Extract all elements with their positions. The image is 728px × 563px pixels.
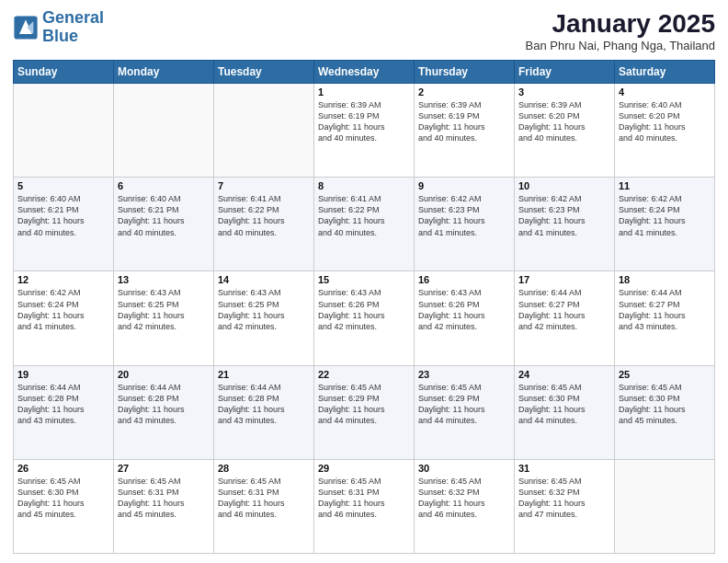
table-row: 5Sunrise: 6:40 AMSunset: 6:21 PMDaylight… <box>14 178 114 271</box>
calendar-title: January 2025 <box>526 9 715 39</box>
table-row: 30Sunrise: 6:45 AMSunset: 6:32 PMDayligh… <box>415 459 515 553</box>
table-row: 14Sunrise: 6:43 AMSunset: 6:25 PMDayligh… <box>214 271 314 365</box>
col-wednesday: Wednesday <box>314 61 415 84</box>
table-row: 31Sunrise: 6:45 AMSunset: 6:32 PMDayligh… <box>515 459 615 553</box>
table-row: 10Sunrise: 6:42 AMSunset: 6:23 PMDayligh… <box>515 178 615 271</box>
day-info: Sunrise: 6:45 AMSunset: 6:30 PMDaylight:… <box>518 382 610 427</box>
day-number: 20 <box>118 369 210 380</box>
calendar-week-row: 26Sunrise: 6:45 AMSunset: 6:30 PMDayligh… <box>14 459 715 553</box>
table-row: 16Sunrise: 6:43 AMSunset: 6:26 PMDayligh… <box>415 271 515 365</box>
day-info: Sunrise: 6:41 AMSunset: 6:22 PMDaylight:… <box>318 193 410 238</box>
day-number: 24 <box>518 369 610 380</box>
table-row: 21Sunrise: 6:44 AMSunset: 6:28 PMDayligh… <box>214 365 314 459</box>
table-row: 27Sunrise: 6:45 AMSunset: 6:31 PMDayligh… <box>114 459 214 553</box>
calendar-subtitle: Ban Phru Nai, Phang Nga, Thailand <box>526 39 715 52</box>
logo-general: General <box>42 8 104 27</box>
day-info: Sunrise: 6:42 AMSunset: 6:23 PMDaylight:… <box>418 193 510 238</box>
table-row <box>114 84 214 178</box>
day-number: 26 <box>17 463 109 474</box>
col-tuesday: Tuesday <box>214 61 314 84</box>
day-number: 22 <box>318 369 410 380</box>
day-info: Sunrise: 6:40 AMSunset: 6:21 PMDaylight:… <box>17 193 109 238</box>
page: GeneralBlue January 2025 Ban Phru Nai, P… <box>0 0 728 563</box>
day-number: 7 <box>218 180 310 191</box>
table-row: 3Sunrise: 6:39 AMSunset: 6:20 PMDaylight… <box>515 84 615 178</box>
day-info: Sunrise: 6:45 AMSunset: 6:31 PMDaylight:… <box>218 476 310 521</box>
day-number: 30 <box>418 463 510 474</box>
day-number: 16 <box>418 274 510 285</box>
calendar-week-row: 1Sunrise: 6:39 AMSunset: 6:19 PMDaylight… <box>14 84 715 178</box>
day-number: 10 <box>518 180 610 191</box>
day-info: Sunrise: 6:45 AMSunset: 6:31 PMDaylight:… <box>118 476 210 521</box>
day-info: Sunrise: 6:43 AMSunset: 6:26 PMDaylight:… <box>418 287 510 332</box>
day-info: Sunrise: 6:42 AMSunset: 6:24 PMDaylight:… <box>619 193 711 238</box>
day-info: Sunrise: 6:45 AMSunset: 6:30 PMDaylight:… <box>619 382 711 427</box>
table-row: 12Sunrise: 6:42 AMSunset: 6:24 PMDayligh… <box>14 271 114 365</box>
day-info: Sunrise: 6:44 AMSunset: 6:27 PMDaylight:… <box>619 287 711 332</box>
logo-blue: Blue <box>42 27 78 45</box>
day-number: 11 <box>619 180 711 191</box>
table-row: 8Sunrise: 6:41 AMSunset: 6:22 PMDaylight… <box>314 178 415 271</box>
day-info: Sunrise: 6:43 AMSunset: 6:26 PMDaylight:… <box>318 287 410 332</box>
day-number: 6 <box>118 180 210 191</box>
day-info: Sunrise: 6:39 AMSunset: 6:19 PMDaylight:… <box>418 99 510 144</box>
day-number: 19 <box>17 369 109 380</box>
day-info: Sunrise: 6:45 AMSunset: 6:31 PMDaylight:… <box>318 476 410 521</box>
day-info: Sunrise: 6:40 AMSunset: 6:20 PMDaylight:… <box>619 99 711 144</box>
day-info: Sunrise: 6:39 AMSunset: 6:20 PMDaylight:… <box>518 99 610 144</box>
logo: GeneralBlue <box>13 9 104 46</box>
table-row: 2Sunrise: 6:39 AMSunset: 6:19 PMDaylight… <box>415 84 515 178</box>
col-thursday: Thursday <box>415 61 515 84</box>
day-number: 28 <box>218 463 310 474</box>
table-row: 25Sunrise: 6:45 AMSunset: 6:30 PMDayligh… <box>615 365 715 459</box>
table-row: 7Sunrise: 6:41 AMSunset: 6:22 PMDaylight… <box>214 178 314 271</box>
day-number: 27 <box>118 463 210 474</box>
day-info: Sunrise: 6:45 AMSunset: 6:29 PMDaylight:… <box>318 382 410 427</box>
table-row: 9Sunrise: 6:42 AMSunset: 6:23 PMDaylight… <box>415 178 515 271</box>
table-row <box>214 84 314 178</box>
day-info: Sunrise: 6:44 AMSunset: 6:28 PMDaylight:… <box>118 382 210 427</box>
table-row: 1Sunrise: 6:39 AMSunset: 6:19 PMDaylight… <box>314 84 415 178</box>
day-info: Sunrise: 6:45 AMSunset: 6:29 PMDaylight:… <box>418 382 510 427</box>
day-number: 2 <box>418 86 510 98</box>
day-info: Sunrise: 6:43 AMSunset: 6:25 PMDaylight:… <box>218 287 310 332</box>
day-number: 12 <box>17 274 109 285</box>
day-number: 14 <box>218 274 310 285</box>
day-number: 25 <box>619 369 711 380</box>
day-info: Sunrise: 6:45 AMSunset: 6:32 PMDaylight:… <box>518 476 610 521</box>
day-number: 29 <box>318 463 410 474</box>
table-row: 26Sunrise: 6:45 AMSunset: 6:30 PMDayligh… <box>14 459 114 553</box>
table-row <box>14 84 114 178</box>
table-row: 20Sunrise: 6:44 AMSunset: 6:28 PMDayligh… <box>114 365 214 459</box>
day-number: 3 <box>518 86 610 98</box>
day-info: Sunrise: 6:42 AMSunset: 6:24 PMDaylight:… <box>17 287 109 332</box>
col-monday: Monday <box>114 61 214 84</box>
day-number: 1 <box>318 86 410 98</box>
table-row: 17Sunrise: 6:44 AMSunset: 6:27 PMDayligh… <box>515 271 615 365</box>
day-info: Sunrise: 6:44 AMSunset: 6:28 PMDaylight:… <box>218 382 310 427</box>
header: GeneralBlue January 2025 Ban Phru Nai, P… <box>13 9 715 52</box>
table-row: 29Sunrise: 6:45 AMSunset: 6:31 PMDayligh… <box>314 459 415 553</box>
day-number: 13 <box>118 274 210 285</box>
day-info: Sunrise: 6:40 AMSunset: 6:21 PMDaylight:… <box>118 193 210 238</box>
table-row: 6Sunrise: 6:40 AMSunset: 6:21 PMDaylight… <box>114 178 214 271</box>
col-saturday: Saturday <box>615 61 715 84</box>
calendar-header-row: Sunday Monday Tuesday Wednesday Thursday… <box>14 61 715 84</box>
day-info: Sunrise: 6:42 AMSunset: 6:23 PMDaylight:… <box>518 193 610 238</box>
table-row: 24Sunrise: 6:45 AMSunset: 6:30 PMDayligh… <box>515 365 615 459</box>
calendar-week-row: 19Sunrise: 6:44 AMSunset: 6:28 PMDayligh… <box>14 365 715 459</box>
table-row <box>615 459 715 553</box>
day-info: Sunrise: 6:39 AMSunset: 6:19 PMDaylight:… <box>318 99 410 144</box>
day-number: 9 <box>418 180 510 191</box>
table-row: 23Sunrise: 6:45 AMSunset: 6:29 PMDayligh… <box>415 365 515 459</box>
calendar-week-row: 5Sunrise: 6:40 AMSunset: 6:21 PMDaylight… <box>14 178 715 271</box>
day-number: 5 <box>17 180 109 191</box>
day-info: Sunrise: 6:41 AMSunset: 6:22 PMDaylight:… <box>218 193 310 238</box>
table-row: 19Sunrise: 6:44 AMSunset: 6:28 PMDayligh… <box>14 365 114 459</box>
day-number: 31 <box>518 463 610 474</box>
day-number: 4 <box>619 86 711 98</box>
table-row: 22Sunrise: 6:45 AMSunset: 6:29 PMDayligh… <box>314 365 415 459</box>
day-number: 18 <box>619 274 711 285</box>
table-row: 13Sunrise: 6:43 AMSunset: 6:25 PMDayligh… <box>114 271 214 365</box>
day-number: 8 <box>318 180 410 191</box>
